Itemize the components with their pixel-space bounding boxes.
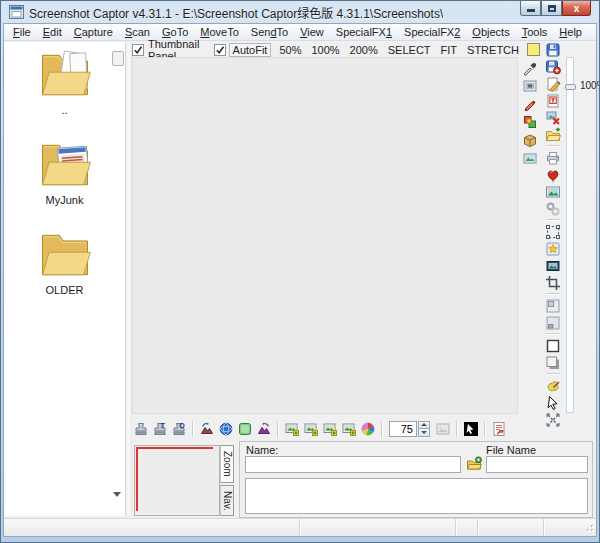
crop-icon[interactable] <box>544 274 562 291</box>
zoom-options: 50%100%200%SELECTFITSTRETCH <box>278 44 520 56</box>
insert-object-icon[interactable] <box>521 149 539 166</box>
zoom-level-label: 100% <box>580 80 600 91</box>
object-stamp-icon[interactable]: O <box>169 420 188 438</box>
add-text-icon[interactable] <box>544 92 562 109</box>
fill-region-icon[interactable] <box>235 420 254 438</box>
shadow-effect-icon[interactable] <box>544 354 562 371</box>
image-tools-toolbar: TO <box>131 418 508 439</box>
canvas-color-swatch[interactable] <box>527 43 540 56</box>
opacity-input[interactable] <box>389 421 417 437</box>
preview-tab-zoom[interactable]: Zoom <box>220 445 234 483</box>
color-wheel-icon[interactable] <box>358 420 377 438</box>
frame-effect-icon[interactable] <box>544 297 562 314</box>
border-effect-icon[interactable] <box>544 337 562 354</box>
pdf-export-icon[interactable] <box>489 420 508 438</box>
zoom-slider-handle[interactable] <box>565 84 576 90</box>
web-colors-icon[interactable] <box>216 420 235 438</box>
zoom-preview-box[interactable] <box>134 445 220 516</box>
menu-item-capture[interactable]: Capture <box>68 25 119 39</box>
insert-image-4-icon[interactable] <box>339 420 358 438</box>
edge-effect-icon[interactable] <box>544 314 562 331</box>
spinner-buttons <box>418 421 430 437</box>
color-picker-icon[interactable] <box>521 59 539 76</box>
image-file-icon[interactable] <box>544 183 562 200</box>
resize-grip[interactable] <box>584 522 595 535</box>
browse-folder-icon[interactable] <box>544 126 562 143</box>
thumbnail-view-icon[interactable] <box>544 257 562 274</box>
resize-disabled-icon[interactable] <box>433 420 452 438</box>
object-image-icon[interactable] <box>521 77 539 94</box>
zoom-option-stretch[interactable]: STRETCH <box>466 44 520 56</box>
image-canvas[interactable] <box>132 57 518 414</box>
menu-item-specialfx1[interactable]: SpecialFX1 <box>330 25 398 39</box>
thumbnail-panel-checkbox[interactable] <box>132 44 144 56</box>
scrollbar-thumb[interactable] <box>112 51 124 66</box>
preview-tab-nav[interactable]: Nav. <box>220 485 234 517</box>
scroll-down-icon[interactable] <box>113 497 121 509</box>
clipart-object-icon[interactable] <box>521 113 539 130</box>
folder-label: OLDER <box>4 284 125 296</box>
menu-item-tools[interactable]: Tools <box>516 25 554 39</box>
menu-item-specialfx2[interactable]: SpecialFX2 <box>398 25 466 39</box>
opacity-spinner <box>389 421 430 437</box>
zoom-slider-track[interactable] <box>566 57 574 413</box>
status-bar <box>4 518 596 536</box>
edit-image-icon[interactable] <box>544 75 562 92</box>
menu-item-help[interactable]: Help <box>553 25 588 39</box>
zoom-option-100[interactable]: 100% <box>310 44 340 56</box>
highlighter-icon[interactable] <box>521 95 539 112</box>
rotate-image-icon[interactable] <box>254 420 273 438</box>
preview-panel: ZoomNav. <box>132 443 236 517</box>
name-input[interactable] <box>245 456 461 473</box>
toolbar-separator <box>484 421 485 437</box>
resize-image-icon[interactable] <box>544 411 562 428</box>
status-section-4 <box>544 519 596 536</box>
zoom-option-200[interactable]: 200% <box>349 44 379 56</box>
close-button[interactable]: x <box>562 1 591 16</box>
spin-up-icon[interactable] <box>418 421 430 430</box>
notes-field[interactable] <box>245 478 588 514</box>
delete-image-icon[interactable] <box>544 109 562 126</box>
menu-item-edit[interactable]: Edit <box>37 25 68 39</box>
status-section-2 <box>456 519 478 536</box>
menu-item-sendto[interactable]: SendTo <box>245 25 294 39</box>
package-object-icon[interactable] <box>521 131 539 148</box>
folder-plain-icon <box>35 227 95 283</box>
autofit-checkbox[interactable] <box>214 44 226 56</box>
titlebar[interactable]: Screenshot Captor v4.31.1 - E:\Screensho… <box>1 1 599 23</box>
toolbar-separator <box>456 421 457 437</box>
deskew-image-icon[interactable] <box>197 420 216 438</box>
save-as-icon[interactable] <box>544 58 562 75</box>
zoom-option-50[interactable]: 50% <box>278 44 302 56</box>
autofit-label: AutoFit <box>229 43 272 57</box>
colorize-icon[interactable] <box>544 377 562 394</box>
spin-down-icon[interactable] <box>418 429 430 437</box>
link-icon[interactable] <box>544 200 562 217</box>
object-toolbar <box>519 59 540 166</box>
new-folder-icon[interactable] <box>466 456 482 472</box>
insert-image-1-icon[interactable] <box>282 420 301 438</box>
menu-item-file[interactable]: File <box>7 25 37 39</box>
save-image-icon[interactable] <box>544 41 562 58</box>
minimize-button[interactable] <box>520 1 541 16</box>
toolbar-separator <box>546 373 560 375</box>
text-stamp-icon[interactable]: T <box>150 420 169 438</box>
zoom-option-fit[interactable]: FIT <box>440 44 459 56</box>
stamp-tool-icon[interactable] <box>131 420 150 438</box>
insert-image-2-icon[interactable] <box>301 420 320 438</box>
special-effects-icon[interactable] <box>544 240 562 257</box>
invert-colors-icon[interactable] <box>461 420 480 438</box>
folder-item-1[interactable]: MyJunk <box>4 132 125 222</box>
quickfield-input[interactable] <box>486 456 588 473</box>
zoom-option-select[interactable]: SELECT <box>387 44 432 56</box>
pointer-tool-icon[interactable] <box>544 394 562 411</box>
maximize-button[interactable] <box>541 1 562 16</box>
folder-item-0[interactable]: .. <box>4 42 125 132</box>
folder-item-2[interactable]: OLDER <box>4 222 125 312</box>
insert-image-3-icon[interactable] <box>320 420 339 438</box>
favorites-icon[interactable] <box>544 166 562 183</box>
menu-item-view[interactable]: View <box>294 25 330 39</box>
menu-item-objects[interactable]: Objects <box>466 25 515 39</box>
print-icon[interactable] <box>544 149 562 166</box>
select-region-icon[interactable] <box>544 223 562 240</box>
